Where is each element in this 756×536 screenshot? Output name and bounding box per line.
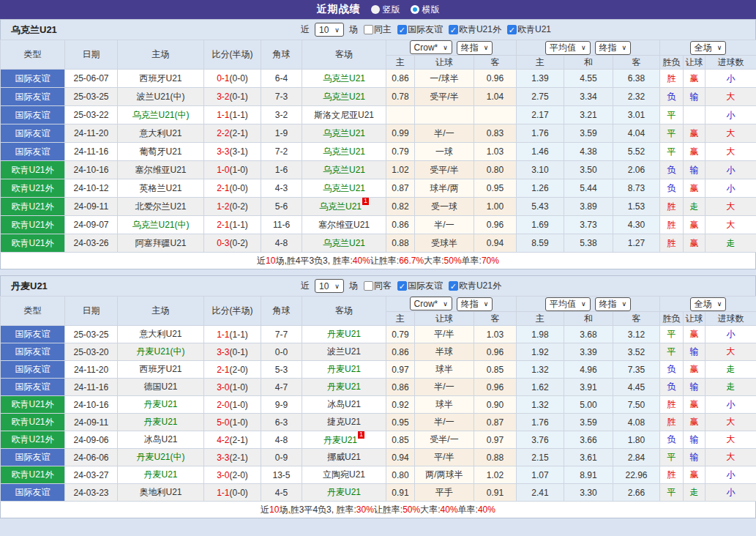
away-team[interactable]: 冰岛U21 xyxy=(302,396,386,414)
layout-radio-horizontal[interactable]: 横版 xyxy=(411,4,440,16)
europe-odds-group: 平均值∨终指∨ xyxy=(517,40,660,56)
match-type-badge[interactable]: 欧青U21外 xyxy=(1,161,65,179)
match-count-select[interactable]: 10∨ xyxy=(315,23,344,37)
home-team[interactable]: 阿塞拜疆U21 xyxy=(118,234,204,253)
home-team[interactable]: 丹麦U21(中) xyxy=(118,343,204,361)
home-team[interactable]: 丹麦U21(中) xyxy=(118,449,204,466)
away-team[interactable]: 乌克兰U21 xyxy=(302,161,386,179)
final-odds-dropdown[interactable]: 终指∨ xyxy=(457,41,493,55)
match-type-badge[interactable]: 国际友谊 xyxy=(1,124,65,143)
home-team[interactable]: 塞尔维亚U21 xyxy=(118,161,204,179)
away-team[interactable]: 乌克兰U211 xyxy=(302,198,386,216)
match-type-badge[interactable]: 国际友谊 xyxy=(1,484,65,502)
same-venue-checkbox[interactable]: 同主 xyxy=(364,23,392,36)
home-team[interactable]: 乌克兰U21(中) xyxy=(118,106,204,124)
home-team[interactable]: 德国U21 xyxy=(118,379,204,396)
home-team[interactable]: 意大利U21 xyxy=(118,124,204,143)
away-team[interactable]: 丹麦U211 xyxy=(302,431,386,449)
away-team[interactable]: 乌克兰U21 xyxy=(302,234,386,253)
match-type-badge[interactable]: 欧青U21外 xyxy=(1,216,65,234)
away-team[interactable]: 捷克U21 xyxy=(302,414,386,431)
away-team[interactable]: 乌克兰U21 xyxy=(302,179,386,198)
match-date: 24-06-06 xyxy=(65,449,118,466)
away-team[interactable]: 乌克兰U21 xyxy=(302,88,386,106)
match-type-badge[interactable]: 欧青U21外 xyxy=(1,414,65,431)
away-team[interactable]: 丹麦U21 xyxy=(302,326,386,343)
league-filter-checkbox-0-1[interactable]: ✓ 欧青U21外 xyxy=(449,23,501,36)
home-team[interactable]: 丹麦U21 xyxy=(118,466,204,484)
home-team[interactable]: 波兰U21(中) xyxy=(118,88,204,106)
layout-radio-vertical[interactable]: 竖版 xyxy=(371,4,400,16)
final-odds-dropdown-2[interactable]: 终指∨ xyxy=(595,41,632,55)
match-type-badge[interactable]: 欧青U21外 xyxy=(1,179,65,198)
league-filter-checkbox-0-0[interactable]: ✓ 国际友谊 xyxy=(397,23,443,36)
radio-icon[interactable] xyxy=(411,5,419,14)
match-type-badge[interactable]: 国际友谊 xyxy=(1,379,65,396)
avg-home-odds: 1.76 xyxy=(517,414,564,431)
match-type-badge[interactable]: 国际友谊 xyxy=(1,88,65,106)
radio-icon[interactable] xyxy=(371,5,380,14)
away-team[interactable]: 挪威U21 xyxy=(302,449,386,466)
checkbox-icon[interactable]: ✓ xyxy=(449,25,458,34)
summary-text: 近 xyxy=(261,504,269,516)
home-team[interactable]: 北爱尔兰U21 xyxy=(118,198,204,216)
home-team[interactable]: 丹麦U21 xyxy=(118,396,204,414)
match-type-badge[interactable]: 欧青U21外 xyxy=(1,396,65,414)
odds-source-dropdown[interactable]: Crow*∨ xyxy=(410,40,452,54)
match-type-badge[interactable]: 欧青U21外 xyxy=(1,431,65,449)
home-team[interactable]: 英格兰U21 xyxy=(118,179,204,198)
final-odds-dropdown[interactable]: 终指∨ xyxy=(457,297,493,311)
league-filter-checkbox-0-2[interactable]: ✓ 欧青U21 xyxy=(507,23,551,36)
checkbox-icon[interactable] xyxy=(364,281,373,291)
match-type-badge[interactable]: 欧青U21外 xyxy=(1,466,65,484)
checkbox-icon[interactable]: ✓ xyxy=(397,25,407,34)
final-odds-dropdown-2[interactable]: 终指∨ xyxy=(595,297,632,311)
home-team[interactable]: 西班牙U21 xyxy=(118,361,204,379)
match-count-select[interactable]: 10∨ xyxy=(315,279,344,293)
match-type-badge[interactable]: 国际友谊 xyxy=(1,343,65,361)
match-type-badge[interactable]: 国际友谊 xyxy=(1,143,65,161)
summary-text: 40% xyxy=(478,505,495,515)
checkbox-icon[interactable]: ✓ xyxy=(397,281,407,291)
away-team[interactable]: 乌克兰U21 xyxy=(302,143,386,161)
away-team[interactable]: 丹麦U21 xyxy=(302,484,386,502)
home-team[interactable]: 丹麦U21 xyxy=(118,414,204,431)
full-match-dropdown[interactable]: 全场∨ xyxy=(690,297,727,311)
league-filter-checkbox-1-1[interactable]: ✓ 欧青U21外 xyxy=(449,280,501,292)
home-team[interactable]: 奥地利U21 xyxy=(118,484,204,502)
checkbox-icon[interactable]: ✓ xyxy=(449,281,458,291)
away-team[interactable]: 丹麦U21 xyxy=(302,361,386,379)
match-type-badge[interactable]: 国际友谊 xyxy=(1,106,65,124)
match-type-badge[interactable]: 国际友谊 xyxy=(1,326,65,343)
same-venue-checkbox[interactable]: 同客 xyxy=(364,280,392,292)
home-team[interactable]: 西班牙U21 xyxy=(118,70,204,88)
away-team[interactable]: 塞尔维亚U21 xyxy=(302,216,386,234)
checkbox-icon[interactable] xyxy=(364,25,373,34)
result-handicap: 赢 xyxy=(684,396,706,414)
home-team[interactable]: 冰岛U21 xyxy=(118,431,204,449)
avg-home-odds: 2.15 xyxy=(517,449,564,466)
match-type-badge[interactable]: 欧青U21外 xyxy=(1,198,65,216)
home-team[interactable]: 乌克兰U21(中) xyxy=(118,216,204,234)
match-type-badge[interactable]: 国际友谊 xyxy=(1,449,65,466)
odds-source-dropdown[interactable]: Crow*∨ xyxy=(410,297,452,310)
average-odds-dropdown[interactable]: 平均值∨ xyxy=(545,297,591,311)
corners: 4-7 xyxy=(261,379,302,396)
league-filter-checkbox-1-0[interactable]: ✓ 国际友谊 xyxy=(397,280,443,292)
match-type-badge[interactable]: 欧青U21外 xyxy=(1,234,65,253)
match-type-badge[interactable]: 国际友谊 xyxy=(1,361,65,379)
away-team[interactable]: 乌克兰U21 xyxy=(302,70,386,88)
checkbox-icon[interactable]: ✓ xyxy=(507,25,517,34)
away-team[interactable]: 波兰U21 xyxy=(302,343,386,361)
away-team[interactable]: 立陶宛U21 xyxy=(302,466,386,484)
result-wdl: 平 xyxy=(660,143,684,161)
away-team[interactable]: 斯洛文尼亚U21 xyxy=(302,106,386,124)
away-team[interactable]: 乌克兰U21 xyxy=(302,124,386,143)
match-type-badge[interactable]: 国际友谊 xyxy=(1,70,65,88)
home-team[interactable]: 葡萄牙U21 xyxy=(118,143,204,161)
score: 2-2(2-1) xyxy=(204,124,261,143)
away-team[interactable]: 丹麦U21 xyxy=(302,379,386,396)
full-match-dropdown[interactable]: 全场∨ xyxy=(690,41,727,55)
average-odds-dropdown[interactable]: 平均值∨ xyxy=(545,41,591,55)
home-team[interactable]: 意大利U21 xyxy=(118,326,204,343)
